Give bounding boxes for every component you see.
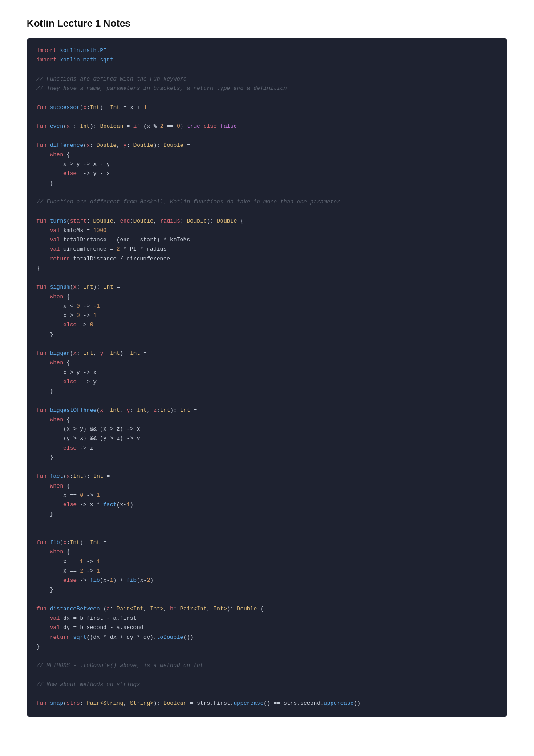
code-block: import kotlin.math.PI import kotlin.math… [27,38,507,717]
page-title: Kotlin Lecture 1 Notes [27,18,507,29]
